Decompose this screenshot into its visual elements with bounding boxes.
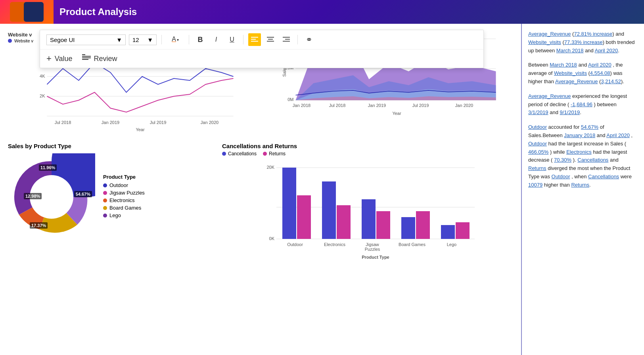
svg-text:Puzzles: Puzzles: [365, 247, 380, 252]
product-type-title: Sales by Product Type: [8, 143, 214, 149]
link-website-visits-2[interactable]: Website_visits: [554, 70, 587, 76]
cancellations-legend: Cancellations Returns: [222, 151, 513, 157]
legend-electronics: Electronics: [103, 197, 145, 203]
link-72pct[interactable]: 72.81% increase: [574, 31, 612, 37]
link-3214[interactable]: 3,214.52: [601, 78, 621, 84]
svg-text:Jigsaw: Jigsaw: [366, 242, 379, 247]
font-size-value: 12: [132, 36, 139, 43]
main-content: Website v Website v 6K 4K 2K: [0, 24, 644, 355]
outdoor-pct-label: 54.67%: [74, 191, 92, 197]
donut-container: 54.67% 17.37% 12.98% 11.96%: [8, 153, 95, 240]
website-legend-dot: [8, 39, 12, 43]
link-jan2018[interactable]: January 2018: [564, 132, 595, 138]
t29: higher than: [544, 182, 571, 188]
align-right-button[interactable]: [280, 33, 293, 46]
font-color-button[interactable]: A ▾: [167, 33, 184, 46]
link-7030pct[interactable]: 70.30%: [554, 157, 571, 163]
underline-button[interactable]: U: [226, 33, 238, 46]
link-returns-2[interactable]: Returns: [571, 182, 589, 188]
insight-2: Between March 2018 and April 2020 , the …: [528, 61, 638, 86]
link-10079[interactable]: 10079: [528, 182, 542, 188]
align-center-icon: [267, 37, 274, 42]
lego-dot: [103, 214, 107, 218]
font-family-select[interactable]: Segoe UI ▼: [46, 34, 126, 45]
returns-legend-item: Returns: [263, 151, 286, 157]
svg-text:20K: 20K: [266, 165, 274, 170]
link-466pct[interactable]: 466.05%: [528, 149, 548, 155]
insight-3: Average_Revenue experienced the longest …: [528, 92, 638, 117]
link-avg-revenue-2[interactable]: Average_Revenue: [555, 78, 598, 84]
bold-button[interactable]: B: [194, 33, 207, 46]
svg-rect-10: [82, 56, 91, 57]
link-march2018-2[interactable]: March 2018: [550, 62, 577, 68]
lego-cancellations-bar: [441, 225, 455, 239]
cancellations-legend-item: Cancellations: [222, 151, 257, 157]
page-title: Product Analysis: [59, 6, 137, 17]
link-april2020-1[interactable]: April 2020: [595, 48, 618, 53]
legend-lego: Lego: [103, 212, 145, 218]
link-outdoor-2[interactable]: Outdoor: [528, 141, 547, 147]
insight-1: Average_Revenue (72.81% increase) and We…: [528, 30, 638, 55]
review-button[interactable]: Review: [82, 54, 117, 63]
svg-text:2K: 2K: [40, 94, 45, 98]
link-button[interactable]: ⚭: [303, 33, 315, 46]
font-family-arrow: ▼: [116, 36, 122, 43]
toolbar-popup: Segoe UI ▼ 12 ▼ A ▾ B I U ⚭ +: [40, 30, 484, 68]
link-electronics-1[interactable]: Electronics: [566, 149, 592, 155]
svg-text:0K: 0K: [269, 236, 275, 241]
t14: ) between: [594, 101, 617, 107]
link-outdoor-3[interactable]: Outdoor: [552, 174, 570, 179]
add-value-button[interactable]: + Value: [46, 53, 73, 64]
link-sept2019[interactable]: 9/1/2019: [560, 109, 580, 115]
website-title-text: Website v: [8, 32, 32, 38]
legend-title: Product Type: [103, 174, 145, 180]
svg-text:Jul 2019: Jul 2019: [150, 120, 167, 125]
link-cancellations-1[interactable]: Cancellations: [577, 157, 608, 163]
t30: .: [589, 182, 591, 188]
svg-text:Jan 2019: Jan 2019: [368, 103, 386, 108]
legend-outdoor: Outdoor: [103, 182, 145, 188]
returns-dot: [263, 152, 267, 156]
link-4554[interactable]: 4,554.08: [590, 70, 610, 76]
align-left-button[interactable]: [248, 33, 261, 46]
svg-rect-6: [283, 37, 290, 38]
t22: ) while: [550, 149, 566, 155]
svg-text:Product Type: Product Type: [362, 255, 389, 260]
link-avg-revenue-1[interactable]: Average_Revenue: [528, 31, 571, 37]
font-color-chevron[interactable]: ▾: [177, 38, 179, 42]
link-website-visits-1[interactable]: Website_visits: [528, 39, 561, 45]
link-april2020-3[interactable]: April 2020: [606, 132, 630, 138]
outdoor-returns-bar: [297, 195, 311, 239]
svg-text:Year: Year: [136, 127, 145, 132]
link-decline[interactable]: -1,684.96: [571, 101, 592, 107]
link-march2019[interactable]: 3/1/2019: [528, 109, 548, 115]
link-cancellations-2[interactable]: Cancellations: [588, 174, 619, 179]
charts-area: Website v Website v 6K 4K 2K: [0, 24, 521, 355]
lego-label: Lego: [109, 212, 121, 218]
donut-wrap: 54.67% 17.37% 12.98% 11.96% Product Type…: [8, 153, 214, 240]
link-returns-1[interactable]: Returns: [528, 165, 546, 171]
separator4: [297, 35, 298, 44]
link-77pct[interactable]: 77.33% increase: [564, 39, 603, 45]
logo-square2: [24, 2, 44, 22]
insights-panel: Average_Revenue (72.81% increase) and We…: [521, 24, 644, 355]
toolbar-row2: + Value Review: [40, 50, 483, 68]
t17: accounted for: [548, 124, 581, 130]
link-outdoor-1[interactable]: Outdoor: [528, 124, 547, 130]
font-size-select[interactable]: 12 ▼: [129, 34, 157, 45]
link-5467[interactable]: 54.67%: [581, 124, 598, 130]
svg-text:Jan 2020: Jan 2020: [201, 120, 218, 125]
link-april2020-2[interactable]: April 2020: [588, 62, 611, 68]
svg-rect-9: [82, 54, 85, 55]
svg-rect-11: [82, 57, 91, 58]
bar-chart-svg: 20K 0K: [222, 160, 513, 263]
italic-button[interactable]: I: [210, 33, 222, 46]
t12: ).: [621, 78, 624, 84]
link-march2018-1[interactable]: March 2018: [556, 48, 584, 53]
svg-rect-3: [267, 37, 274, 38]
bottom-charts-row: Sales by Product Type: [8, 143, 513, 277]
t16: .: [580, 109, 581, 115]
jigsaw-returns-bar: [376, 211, 390, 239]
link-avg-revenue-3[interactable]: Average_Revenue: [528, 93, 571, 99]
align-center-button[interactable]: [264, 33, 277, 46]
